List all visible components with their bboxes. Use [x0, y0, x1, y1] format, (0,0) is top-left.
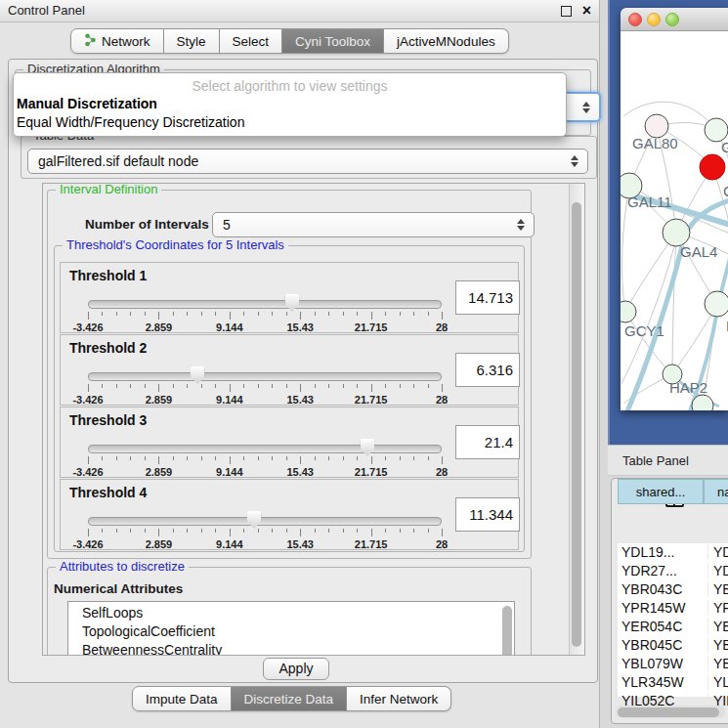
slider-tick	[173, 312, 174, 316]
cell: YBL0	[707, 656, 728, 671]
tab-label: Impute Data	[146, 692, 218, 707]
network-node-red-node[interactable]	[700, 154, 725, 180]
zoom-traffic-light-icon[interactable]	[665, 13, 679, 26]
list-item[interactable]: BetweennessCentrality	[68, 641, 514, 656]
dropdown-option-manual[interactable]: Manual Discretization	[14, 95, 566, 113]
slider-thumb[interactable]	[247, 511, 262, 529]
threshold-4-slider[interactable]: -3.4262.8599.14415.4321.71528	[88, 517, 442, 526]
slider-tick	[300, 529, 301, 536]
slider-tick	[258, 529, 259, 533]
threshold-label: Threshold 3	[69, 412, 147, 428]
threshold-1-slider[interactable]: -3.4262.8599.14415.4321.71528	[88, 300, 442, 309]
tab-discretize-data[interactable]: Discretize Data	[232, 686, 348, 711]
network-node-GAL4[interactable]	[663, 219, 690, 246]
slider-tick-label: 9.144	[216, 466, 243, 478]
list-item[interactable]: TopologicalCoefficient	[68, 622, 514, 641]
slider-tick	[230, 529, 231, 536]
slider-tick-label: 9.144	[216, 394, 243, 406]
column-header-name[interactable]: name	[704, 479, 728, 504]
table-row[interactable]: YPR145W YPR1	[618, 599, 728, 618]
slider-tick	[413, 456, 414, 460]
slider-tick-labels: -3.4262.8599.14415.4321.71528	[88, 538, 442, 550]
control-panel-titlebar: Control Panel ×	[0, 0, 599, 22]
slider-tick	[145, 456, 146, 460]
number-of-intervals-combo[interactable]: 5	[212, 212, 535, 237]
threshold-value-field[interactable]: 6.316	[455, 353, 520, 387]
tab-impute-data[interactable]: Impute Data	[132, 686, 232, 711]
threshold-value-field[interactable]: 11.344	[455, 497, 520, 532]
apply-button[interactable]: Apply	[263, 658, 329, 680]
tab-style[interactable]: Style	[164, 28, 220, 54]
close-traffic-light-icon[interactable]	[628, 13, 642, 26]
tab-label: Style	[177, 34, 206, 49]
slider-track[interactable]	[88, 445, 442, 453]
combo-stepper-icon	[517, 219, 525, 231]
slider-tick	[272, 312, 273, 316]
network-node-H[interactable]	[705, 291, 728, 317]
list-item[interactable]: SelfLoops	[68, 602, 514, 622]
slider-thumb[interactable]	[191, 366, 205, 384]
slider-tick	[230, 384, 231, 392]
tab-infer-network[interactable]: Infer Network	[347, 686, 451, 711]
slider-tick	[328, 529, 329, 533]
slider-tick	[201, 384, 202, 388]
minimize-traffic-light-icon[interactable]	[647, 13, 661, 26]
slider-tick	[343, 312, 344, 316]
network-canvas[interactable]: GAL80GACGAL11GAL4GCY1HHAP2	[621, 31, 728, 410]
table-row[interactable]: YBR045C YBR0	[618, 636, 728, 655]
slider-tick-label: 15.43	[286, 538, 314, 550]
table-data-combo[interactable]: galFiltered.sif default node	[27, 149, 588, 174]
table-row[interactable]: YBR043C YBR0	[618, 580, 728, 599]
slider-thumb[interactable]	[360, 439, 374, 456]
dropdown-option-equal-width[interactable]: Equal Width/Frequency Discretization	[14, 113, 566, 132]
tab-cyni-toolbox[interactable]: Cyni Toolbox	[282, 28, 384, 54]
tab-select[interactable]: Select	[220, 28, 283, 54]
scrollbar-thumb[interactable]	[572, 202, 581, 647]
slider-tick	[371, 529, 372, 536]
slider-tick	[428, 384, 429, 388]
close-icon[interactable]: ×	[582, 1, 591, 21]
list-scrollbar[interactable]	[502, 606, 512, 656]
cell: YER054C	[621, 619, 682, 634]
table-panel-header: Table Panel	[608, 445, 728, 476]
slider-tick-label: 9.144	[216, 321, 243, 333]
cell: YLR3	[707, 674, 728, 690]
cell: YBR043C	[621, 581, 682, 597]
numerical-attributes-list[interactable]: SelfLoops TopologicalCoefficient Between…	[67, 601, 515, 656]
table-row[interactable]: YER054C YER0	[618, 618, 728, 636]
slider-tick	[116, 384, 117, 388]
slider-track[interactable]	[88, 372, 442, 381]
column-header-shared-name[interactable]: shared...	[618, 479, 704, 504]
threshold-3-slider[interactable]: -3.4262.8599.14415.4321.71528	[88, 445, 442, 453]
slider-tick	[258, 456, 259, 460]
table-row[interactable]: YLR345W YLR3	[618, 673, 728, 692]
table-row[interactable]: YBL079W YBL0	[618, 655, 728, 673]
tab-jactivemnodules[interactable]: jActiveMNodules	[384, 28, 509, 54]
node-label: GCY1	[624, 322, 664, 339]
slider-tick	[400, 312, 401, 316]
slider-tick	[357, 529, 358, 533]
horizontal-scrollbar[interactable]	[616, 706, 725, 718]
table-row[interactable]: YDL19... YDL1	[618, 543, 728, 562]
thresholds-group: Threshold's Coordinates for 5 Intervals …	[54, 245, 525, 552]
threshold-2-slider[interactable]: -3.4262.8599.14415.4321.71528	[88, 372, 442, 381]
vertical-scrollbar[interactable]	[569, 184, 584, 655]
tab-network[interactable]: Network	[70, 28, 164, 54]
slider-tick	[130, 384, 131, 388]
scrollbar-thumb[interactable]	[618, 707, 719, 717]
table-row[interactable]: YDR27... YDR2	[618, 562, 728, 580]
slider-tick	[145, 312, 146, 316]
threshold-3-panel: Threshold 3 -3.4262.8599.14415.4321.7152…	[60, 407, 519, 478]
table-data-group: Table Data galFiltered.sif default node	[21, 136, 597, 179]
threshold-2-panel: Threshold 2 -3.4262.8599.14415.4321.7152…	[60, 334, 519, 406]
slider-tick	[201, 456, 202, 460]
threshold-value-field[interactable]: 14.713	[455, 280, 520, 315]
slider-track[interactable]	[88, 517, 442, 526]
float-window-icon[interactable]	[561, 6, 572, 17]
network-node-GCY1[interactable]	[621, 301, 636, 322]
slider-thumb[interactable]	[284, 294, 299, 312]
slider-tick	[88, 529, 89, 536]
slider-tick	[343, 384, 344, 388]
threshold-value-field[interactable]: 21.4	[455, 425, 520, 459]
slider-track[interactable]	[88, 300, 442, 309]
